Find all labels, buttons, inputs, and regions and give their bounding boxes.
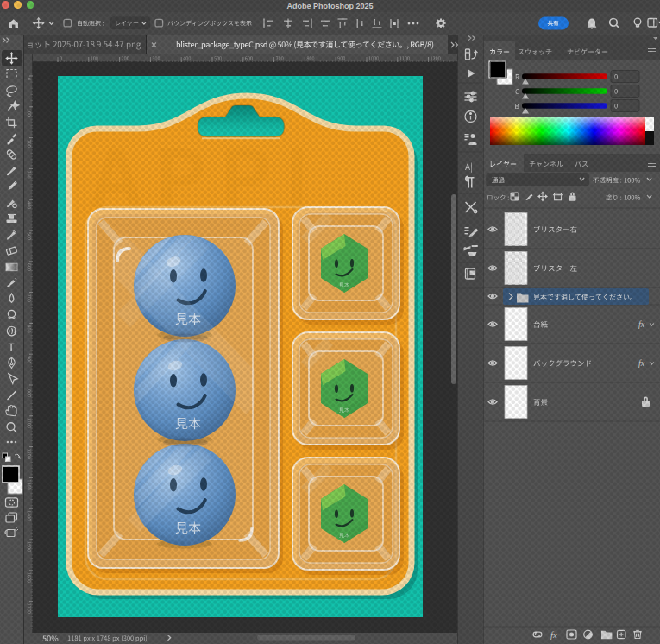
svg-text:fx: fx	[638, 358, 645, 368]
svg-text:fx: fx	[638, 319, 645, 329]
svg-text:fx: fx	[550, 630, 557, 640]
